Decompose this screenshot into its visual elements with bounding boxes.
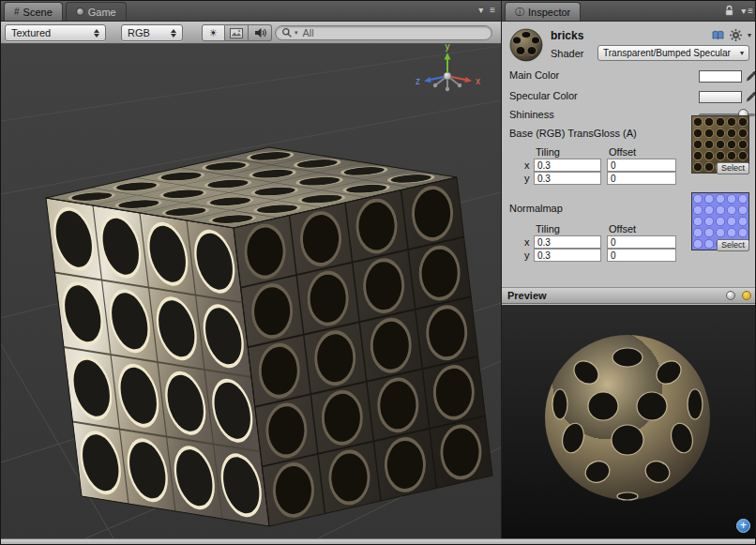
textured-cube[interactable] [46, 147, 492, 526]
normalmap-label: Normalmap [509, 203, 563, 214]
preview-header[interactable]: Preview [502, 287, 756, 304]
base-offset-y-input[interactable] [607, 172, 676, 185]
pane-menu-lines-icon[interactable]: ≡ [748, 6, 753, 16]
audio-toggle-button[interactable] [249, 24, 272, 41]
specular-color-swatch[interactable] [699, 91, 742, 103]
specular-color-label: Specular Color [509, 90, 578, 101]
unity-editor-window: # Scene Game ▾ ≡ Textured RGB ☀ [0, 0, 756, 545]
inspector-tabbar-icons: ▾≡ [724, 5, 753, 17]
scene-view-toggles: ☀ [202, 24, 272, 41]
offset-column-header: Offset [609, 146, 636, 158]
main-color-swatch[interactable] [699, 70, 742, 83]
window-resize-bar[interactable] [1, 538, 755, 545]
normalmap-select-button[interactable]: Select [717, 239, 749, 251]
popup-arrows-icon [171, 29, 176, 38]
game-icon [76, 8, 84, 16]
pane-menu-lines-icon[interactable]: ≡ [490, 5, 495, 15]
scene-toolbar: Textured RGB ☀ ▾ All [1, 22, 501, 44]
axis-x-label: x [524, 159, 530, 171]
tab-scene-label: Scene [23, 7, 53, 18]
tab-game-label: Game [88, 7, 116, 18]
scene-tabbar: # Scene Game ▾ ≡ [1, 1, 501, 22]
material-name: bricks [551, 29, 583, 42]
inspector-pane: ⓘ Inspector ▾≡ [501, 1, 756, 538]
search-filter-arrow-icon[interactable]: ▾ [295, 29, 298, 37]
gizmo-x-label: x [476, 76, 480, 86]
pane-menu-arrow-icon[interactable]: ▾ [741, 6, 746, 16]
speaker-icon [254, 27, 266, 38]
preview-model-toggle-icon[interactable] [742, 291, 751, 300]
tiling-column-header: Tiling [536, 146, 560, 158]
base-tiling-y-input[interactable] [534, 172, 601, 185]
material-inspector: bricks ▾ Shader Transparent/Bumped Specu… [502, 22, 756, 287]
color-mode-value: RGB [128, 27, 165, 38]
normalmap-offset-y-input[interactable] [607, 249, 676, 262]
eyedropper-icon[interactable] [746, 69, 756, 82]
shader-label: Shader [551, 48, 583, 59]
base-offset-x-input[interactable] [607, 159, 676, 172]
pane-menu-arrow-icon[interactable]: ▾ [478, 5, 483, 15]
tiling-column-header: Tiling [536, 223, 560, 235]
material-sphere-icon [508, 27, 544, 63]
shader-value: Transparent/Bumped Specular [603, 48, 731, 58]
gear-menu-arrow-icon[interactable]: ▾ [748, 31, 751, 39]
axis-y-label: y [524, 173, 530, 184]
tab-inspector-label: Inspector [528, 7, 570, 18]
base-texture-label: Base (RGB) TransGloss (A) [509, 128, 637, 139]
dropdown-arrow-icon: ▾ [740, 49, 744, 57]
tab-scene[interactable]: # Scene [4, 2, 63, 21]
base-texture-select-button[interactable]: Select [717, 162, 749, 174]
axis-y-label: y [524, 250, 530, 261]
axis-x-label: x [524, 236, 530, 248]
lock-icon[interactable] [724, 5, 734, 17]
eyedropper-icon[interactable] [746, 90, 756, 102]
search-icon [281, 27, 293, 38]
scene-viewport[interactable]: y x z [1, 44, 501, 538]
gear-icon[interactable] [730, 29, 742, 41]
plus-icon: + [740, 519, 747, 532]
render-mode-toggle-button[interactable] [225, 24, 249, 41]
scene-search-field[interactable]: ▾ All [275, 25, 492, 40]
preview-title: Preview [507, 290, 547, 301]
tab-game[interactable]: Game [66, 2, 127, 21]
draw-mode-value: Textured [11, 27, 88, 38]
info-icon: ⓘ [515, 6, 524, 19]
material-preview[interactable]: + [502, 305, 756, 538]
popup-arrows-icon [94, 29, 99, 38]
preview-light-toggle-icon[interactable] [726, 291, 735, 300]
shader-dropdown[interactable]: Transparent/Bumped Specular ▾ [597, 45, 749, 61]
inspector-tabbar: ⓘ Inspector ▾≡ [502, 1, 756, 22]
shininess-label: Shininess [509, 109, 554, 120]
gizmo-z-label: z [416, 76, 420, 86]
offset-column-header: Offset [609, 223, 636, 235]
normalmap-tiling-y-input[interactable] [534, 249, 601, 262]
scene-grid-icon: # [14, 7, 20, 17]
draw-mode-dropdown[interactable]: Textured [5, 24, 106, 41]
image-icon [230, 28, 243, 38]
preview-sphere [545, 335, 710, 500]
normalmap-tiling-x-input[interactable] [534, 235, 601, 249]
scene-pane-menu[interactable]: ▾ ≡ [476, 5, 495, 15]
tab-inspector[interactable]: ⓘ Inspector [505, 2, 581, 21]
preview-add-button[interactable]: + [736, 519, 750, 533]
base-tiling-x-input[interactable] [534, 159, 601, 172]
normalmap-offset-x-input[interactable] [607, 235, 676, 249]
main-color-label: Main Color [509, 69, 559, 81]
lighting-toggle-button[interactable]: ☀ [202, 24, 225, 41]
color-mode-dropdown[interactable]: RGB [121, 24, 183, 41]
help-book-icon[interactable] [712, 30, 724, 40]
gizmo-y-label: y [446, 44, 450, 52]
sun-icon: ☀ [209, 27, 219, 39]
search-placeholder-text: All [303, 27, 314, 38]
inspector-pane-menu[interactable]: ▾≡ [739, 6, 753, 16]
